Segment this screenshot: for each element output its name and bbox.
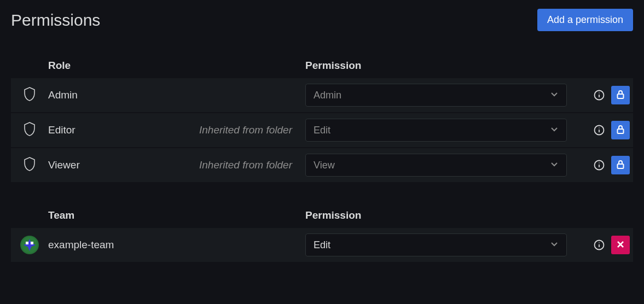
info-icon[interactable]	[594, 90, 605, 101]
teams-header-row: Team Permission	[11, 209, 633, 228]
chevron-down-icon	[550, 90, 559, 101]
shield-icon	[23, 156, 36, 174]
column-team-header: Team	[48, 209, 74, 221]
permission-select[interactable]: View	[305, 154, 567, 177]
team-name: example-team	[48, 239, 114, 251]
roles-header-row: Role Permission	[11, 60, 633, 78]
teams-section: Team Permission example-team Edit	[11, 209, 633, 263]
roles-section: Role Permission Admin Admin	[11, 60, 633, 183]
svg-point-10	[599, 162, 600, 163]
delete-button[interactable]	[611, 236, 630, 254]
inherited-label: Inherited from folder	[199, 124, 292, 136]
permission-select[interactable]: Admin	[305, 84, 567, 107]
column-permission-header: Permission	[305, 60, 361, 71]
chevron-down-icon	[550, 239, 559, 251]
role-row: Viewer Inherited from folder View	[11, 148, 633, 183]
info-icon[interactable]	[594, 239, 605, 250]
role-name: Editor	[48, 124, 76, 136]
inherited-label: Inherited from folder	[199, 159, 292, 171]
info-icon[interactable]	[594, 160, 605, 171]
page-header: Permissions Add a permission	[11, 9, 633, 31]
svg-point-14	[599, 242, 600, 243]
page-title: Permissions	[11, 11, 100, 30]
role-row: Editor Inherited from folder Edit	[11, 113, 633, 148]
svg-rect-7	[618, 129, 624, 133]
close-icon	[617, 241, 624, 250]
lock-icon	[616, 160, 625, 171]
chevron-down-icon	[550, 160, 559, 171]
permission-value: Edit	[314, 239, 330, 251]
permission-value: Admin	[314, 90, 341, 101]
add-permission-button[interactable]: Add a permission	[537, 9, 633, 31]
lock-icon	[616, 90, 625, 101]
team-row: example-team Edit	[11, 228, 633, 263]
role-row: Admin Admin	[11, 78, 633, 113]
permission-select[interactable]: Edit	[305, 119, 567, 142]
column-permission-header: Permission	[305, 209, 361, 221]
chevron-down-icon	[550, 125, 559, 136]
svg-point-2	[599, 92, 600, 93]
column-role-header: Role	[48, 60, 71, 72]
svg-rect-11	[618, 164, 624, 168]
shield-icon	[23, 86, 36, 104]
shield-icon	[23, 121, 36, 139]
permission-value: View	[314, 160, 335, 171]
svg-rect-3	[618, 94, 624, 98]
lock-button	[611, 86, 630, 104]
lock-button	[611, 121, 630, 139]
role-name: Admin	[48, 89, 78, 101]
lock-icon	[616, 125, 625, 136]
role-name: Viewer	[48, 159, 80, 171]
team-avatar	[20, 236, 39, 254]
svg-point-6	[599, 127, 600, 128]
lock-button	[611, 156, 630, 174]
info-icon[interactable]	[594, 125, 605, 136]
permission-value: Edit	[314, 125, 330, 136]
permission-select[interactable]: Edit	[305, 233, 567, 256]
